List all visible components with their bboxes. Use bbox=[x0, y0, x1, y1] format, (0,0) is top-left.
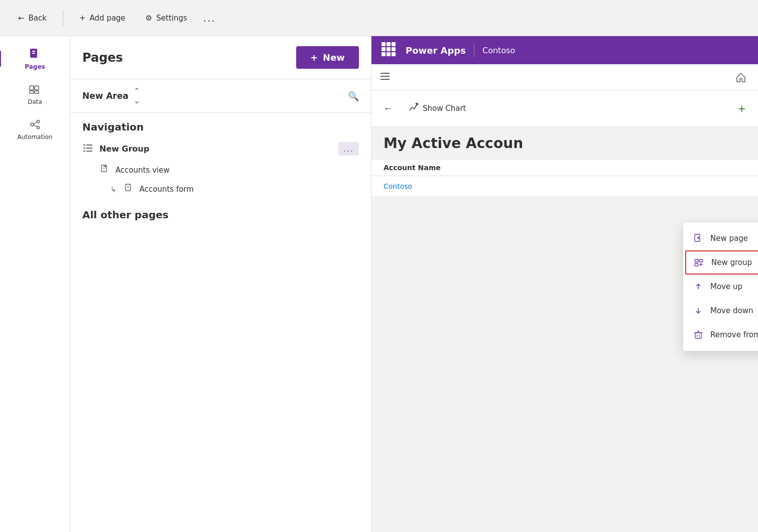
indent-arrow-icon: ↳ bbox=[110, 185, 116, 193]
accounts-view-item[interactable]: Accounts view bbox=[70, 161, 371, 180]
table-header: Account Name bbox=[371, 160, 758, 176]
navigation-title: Navigation bbox=[82, 121, 144, 133]
pages-icon bbox=[28, 47, 42, 61]
show-chart-button[interactable]: Show Chart bbox=[401, 98, 474, 118]
waffle-icon[interactable] bbox=[382, 42, 398, 58]
back-label: Back bbox=[29, 14, 47, 23]
svg-rect-6 bbox=[35, 91, 39, 93]
svg-rect-38 bbox=[695, 333, 701, 338]
top-toolbar: ← Back + Add page ⚙ Settings ... bbox=[0, 0, 758, 36]
show-chart-label: Show Chart bbox=[423, 104, 466, 113]
remove-from-navigation-label: Remove from navigation bbox=[710, 330, 758, 339]
data-icon bbox=[28, 82, 42, 96]
add-page-label: Add page bbox=[90, 14, 125, 23]
area-name: New Area bbox=[82, 91, 129, 101]
grid-dot bbox=[387, 52, 391, 56]
main-layout: Pages Data bbox=[0, 36, 758, 532]
navigation-section: Navigation bbox=[70, 113, 371, 137]
add-record-button[interactable]: + bbox=[737, 102, 746, 114]
chart-icon bbox=[409, 102, 419, 114]
grid-dot bbox=[387, 42, 391, 46]
new-button-label: New bbox=[323, 52, 345, 63]
new-button[interactable]: + New bbox=[296, 46, 359, 69]
settings-label: Settings bbox=[156, 14, 187, 23]
context-menu-remove[interactable]: Remove from navigation bbox=[683, 323, 758, 347]
sidebar-item-data[interactable]: Data bbox=[5, 77, 65, 110]
pages-header: Pages + New bbox=[70, 36, 371, 79]
context-menu-new-page[interactable]: New page bbox=[683, 226, 758, 250]
back-arrow-small-icon: ← bbox=[384, 103, 393, 113]
group-item: New Group ... bbox=[70, 137, 371, 161]
context-menu-new-group[interactable]: New group bbox=[685, 250, 758, 275]
context-menu-move-up[interactable]: Move up bbox=[683, 275, 758, 299]
pa-divider bbox=[474, 43, 474, 57]
area-search-icon[interactable]: 🔍 bbox=[348, 91, 359, 101]
area-bar: New Area ⌃⌄ 🔍 bbox=[70, 79, 371, 113]
svg-rect-1 bbox=[32, 51, 35, 52]
content-area: Power Apps Contoso ← bbox=[371, 36, 758, 532]
grid-dot bbox=[387, 47, 391, 51]
hamburger-icon[interactable] bbox=[380, 71, 391, 84]
grid-dot bbox=[382, 47, 386, 51]
other-pages-title: All other pages bbox=[70, 199, 371, 225]
group-list-icon bbox=[82, 143, 93, 156]
grid-dot bbox=[392, 47, 396, 51]
account-name-column-header: Account Name bbox=[384, 164, 441, 172]
sidebar-item-pages[interactable]: Pages bbox=[5, 42, 65, 75]
svg-line-10 bbox=[34, 122, 37, 124]
plus-icon: + bbox=[79, 14, 86, 23]
table-row[interactable]: Contoso bbox=[371, 176, 758, 197]
other-pages-label: All other pages bbox=[82, 209, 169, 221]
grid-dot bbox=[382, 42, 386, 46]
move-up-icon bbox=[693, 282, 703, 292]
org-name: Contoso bbox=[482, 46, 515, 55]
sidebar-item-automation[interactable]: Automation bbox=[5, 112, 65, 146]
grid-dot bbox=[392, 52, 396, 56]
new-page-icon bbox=[693, 233, 703, 243]
group-more-button[interactable]: ... bbox=[338, 142, 359, 156]
settings-button[interactable]: ⚙ Settings bbox=[138, 10, 195, 27]
add-page-button[interactable]: + Add page bbox=[71, 10, 134, 27]
home-button[interactable] bbox=[732, 68, 750, 86]
svg-point-8 bbox=[37, 120, 39, 123]
account-view-title: My Active Accoun bbox=[371, 127, 758, 160]
back-arrow-icon: ← bbox=[18, 14, 25, 23]
trash-icon bbox=[693, 330, 703, 340]
sidebar: Pages Data bbox=[0, 36, 70, 532]
account-name-cell[interactable]: Contoso bbox=[384, 182, 412, 190]
pages-panel: Pages + New New Area ⌃⌄ 🔍 Navigation bbox=[70, 36, 371, 532]
svg-rect-4 bbox=[35, 86, 39, 90]
new-page-label: New page bbox=[710, 234, 748, 243]
content-back-button[interactable]: ← bbox=[384, 103, 393, 114]
move-down-icon bbox=[693, 306, 703, 316]
grid-dot bbox=[392, 42, 396, 46]
new-plus-icon: + bbox=[310, 52, 318, 63]
svg-rect-32 bbox=[699, 259, 703, 262]
accounts-view-label: Accounts view bbox=[115, 166, 170, 175]
accounts-form-item[interactable]: ↳ Accounts form bbox=[70, 180, 371, 199]
area-chevron-icon[interactable]: ⌃⌄ bbox=[134, 86, 140, 105]
back-button[interactable]: ← Back bbox=[10, 10, 55, 27]
view-toolbar: ← Show Chart + bbox=[371, 90, 758, 127]
new-group-label: New group bbox=[711, 258, 752, 267]
group-name: New Group bbox=[99, 144, 149, 154]
content-toolbar bbox=[371, 64, 758, 90]
more-options-button[interactable]: ... bbox=[199, 8, 220, 28]
pages-title: Pages bbox=[82, 51, 123, 65]
svg-rect-33 bbox=[695, 263, 698, 266]
move-down-label: Move down bbox=[710, 306, 753, 315]
accounts-form-label: Accounts form bbox=[140, 185, 194, 194]
area-bar-left: New Area ⌃⌄ bbox=[82, 86, 140, 105]
power-apps-title: Power Apps bbox=[406, 45, 466, 56]
gear-icon: ⚙ bbox=[146, 14, 152, 23]
power-apps-bar: Power Apps Contoso bbox=[371, 36, 758, 64]
view-title-text: My Active Accoun bbox=[384, 135, 523, 152]
context-menu-move-down[interactable]: Move down bbox=[683, 299, 758, 323]
new-group-icon bbox=[694, 257, 704, 268]
toolbar-divider bbox=[63, 10, 63, 26]
svg-rect-3 bbox=[30, 86, 34, 90]
automation-icon bbox=[28, 117, 42, 131]
automation-sidebar-label: Automation bbox=[18, 134, 53, 141]
svg-point-7 bbox=[31, 123, 34, 126]
svg-rect-2 bbox=[32, 53, 35, 54]
